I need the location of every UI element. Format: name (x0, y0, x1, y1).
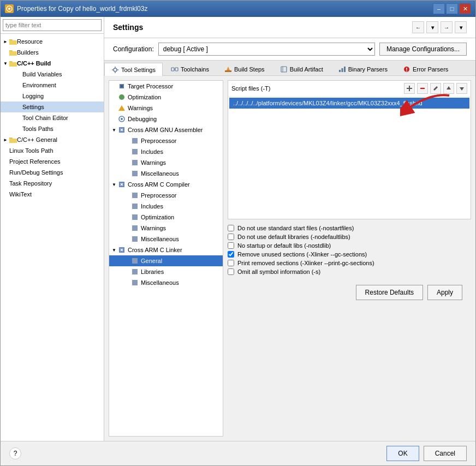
checkbox-nodefaultlibs: Do not use default libraries (-nodefault… (228, 234, 471, 240)
checkbox-strip: Omit all symbol information (-s) (228, 268, 471, 275)
tool-tree-debugging[interactable]: Debugging (109, 113, 223, 124)
delete-script-button[interactable] (417, 83, 428, 94)
cancel-button[interactable]: Cancel (424, 446, 467, 461)
sidebar-item-builders[interactable]: Builders (1, 47, 104, 58)
script-header: Script files (-T) (228, 81, 471, 97)
maximize-button[interactable]: □ (446, 3, 458, 14)
tab-binary-parsers[interactable]: Binary Parsers (331, 63, 395, 75)
add-script-button[interactable] (404, 83, 415, 94)
svg-point-25 (121, 118, 123, 120)
svg-rect-46 (132, 280, 138, 285)
forward-button[interactable]: → (441, 21, 453, 33)
manage-configurations-button[interactable]: Manage Configurations... (379, 43, 467, 56)
optimization-icon (118, 93, 126, 101)
sidebar-item-toolchain-editor[interactable]: Tool Chain Editor (1, 112, 104, 123)
svg-point-1 (8, 8, 10, 10)
tool-tree-cross-arm-linker[interactable]: Cross ARM C Linker (109, 244, 223, 255)
nav-menu-button[interactable]: ▾ (455, 21, 467, 33)
gc-sections-checkbox[interactable] (228, 251, 234, 258)
tool-tree-cross-arm-asm[interactable]: Cross ARM GNU Assembler (109, 124, 223, 135)
tab-error-parsers[interactable]: Error Parsers (396, 63, 455, 75)
sidebar-item-run-debug[interactable]: Run/Debug Settings (1, 167, 104, 178)
apply-button[interactable]: Apply (427, 285, 462, 300)
sidebar: Resource Builders C/C++ Build Buil (1, 17, 104, 441)
tool-tree-warnings-c[interactable]: Warnings (109, 223, 223, 234)
includes-c-icon (131, 202, 139, 210)
tool-tree-warnings[interactable]: Warnings (109, 103, 223, 113)
tool-tree-misc-c[interactable]: Miscellaneous (109, 234, 223, 244)
tool-tree-cross-arm-c[interactable]: Cross ARM C Compiler (109, 179, 223, 190)
sidebar-item-wikitext[interactable]: WikiText (1, 189, 104, 200)
sidebar-item-linux-tools[interactable]: Linux Tools Path (1, 145, 104, 156)
nostartfiles-checkbox[interactable] (228, 225, 234, 231)
sidebar-item-resource[interactable]: Resource (1, 36, 104, 47)
nodefaultlibs-checkbox[interactable] (228, 234, 234, 240)
help-button[interactable]: ? (9, 447, 21, 459)
checkbox-nostdlib: No startup or default libs (-nostdlib) (228, 242, 471, 249)
sidebar-label-ccgeneral: C/C++ General (17, 136, 57, 143)
sidebar-item-logging[interactable]: Logging (1, 91, 104, 101)
includes-asm-icon (131, 148, 139, 156)
svg-marker-11 (227, 67, 230, 70)
sidebar-item-proj-refs[interactable]: Project References (1, 156, 104, 167)
ok-button[interactable]: OK (386, 446, 419, 461)
sidebar-item-settings[interactable]: Settings (1, 101, 104, 112)
script-file-entry[interactable]: ../../../../../platform/devices/MKL03Z4/… (230, 98, 469, 108)
nostdlib-label: No startup or default libs (-nostdlib) (237, 242, 331, 249)
sidebar-item-ccgeneral[interactable]: C/C++ General (1, 134, 104, 145)
tool-tree-preprocessor-asm[interactable]: Preprocessor (109, 135, 223, 146)
tab-build-artifact[interactable]: Build Artifact (273, 63, 330, 75)
tool-tree-misc-linker[interactable]: Miscellaneous (109, 277, 223, 288)
sidebar-item-environment[interactable]: Environment (1, 80, 104, 91)
svg-rect-31 (132, 160, 138, 165)
filter-input[interactable] (3, 19, 102, 31)
tool-tree-libraries-linker[interactable]: Libraries (109, 266, 223, 277)
print-gc-checkbox[interactable] (228, 260, 234, 266)
tab-binary-parsers-label: Binary Parsers (348, 66, 388, 73)
tool-tree-optimization[interactable]: Optimization (109, 92, 223, 103)
sidebar-item-build-vars[interactable]: Build Variables (1, 69, 104, 80)
svg-point-22 (119, 94, 124, 100)
tool-tree-warnings-asm[interactable]: Warnings (109, 157, 223, 168)
strip-checkbox[interactable] (228, 268, 234, 275)
minimize-button[interactable]: – (433, 3, 445, 14)
edit-script-button[interactable] (430, 83, 441, 94)
close-button[interactable]: ✕ (459, 3, 471, 14)
sidebar-item-ccbuild[interactable]: C/C++ Build (1, 58, 104, 69)
script-list-empty-space (228, 110, 471, 219)
tool-tree-includes-c[interactable]: Includes (109, 201, 223, 212)
tab-build-steps[interactable]: Build Steps (217, 63, 272, 75)
move-down-button[interactable] (456, 83, 467, 94)
tool-tree-label-warnings: Warnings (128, 105, 153, 111)
tab-toolchains[interactable]: Toolchains (164, 63, 216, 75)
svg-point-5 (112, 69, 113, 70)
window-title: Properties for Copy of hello_world_frdmk… (17, 5, 430, 13)
nav-dropdown-button[interactable]: ▾ (426, 21, 438, 33)
back-button[interactable]: ← (412, 21, 424, 33)
tab-tool-settings[interactable]: Tool Settings (104, 63, 163, 76)
sidebar-item-tools-paths[interactable]: Tools Paths (1, 123, 104, 134)
tool-tree-general-linker[interactable]: General (109, 255, 223, 266)
tool-tree-includes-asm[interactable]: Includes (109, 146, 223, 157)
window-controls: – □ ✕ (433, 3, 471, 14)
sidebar-label-tools-paths: Tools Paths (22, 126, 53, 132)
tool-tree-misc-asm[interactable]: Miscellaneous (109, 168, 223, 179)
tool-tree-preprocessor-c[interactable]: Preprocessor (109, 190, 223, 201)
tool-tree-target-proc[interactable]: Target Processor (109, 81, 223, 92)
checkbox-nostartfiles: Do not use standard start files (-nostar… (228, 225, 471, 231)
configuration-dropdown[interactable]: debug [ Active ] (158, 43, 375, 56)
sidebar-label-task-repo: Task Repository (9, 180, 52, 187)
edit-icon (432, 85, 439, 92)
tool-tree-label-optimization-c: Optimization (141, 214, 174, 220)
restore-defaults-button[interactable]: Restore Defaults (356, 285, 423, 300)
misc-asm-icon (131, 170, 139, 177)
tool-tree-label-libraries-linker: Libraries (141, 268, 164, 275)
svg-marker-51 (460, 87, 464, 91)
toolchains-icon (171, 65, 178, 73)
tool-tree-optimization-c[interactable]: Optimization (109, 212, 223, 223)
nostdlib-checkbox[interactable] (228, 242, 234, 249)
build-steps-icon (224, 65, 232, 73)
sidebar-item-task-repo[interactable]: Task Repository (1, 178, 104, 189)
move-up-button[interactable] (443, 83, 454, 94)
binary-parsers-icon (338, 65, 346, 73)
